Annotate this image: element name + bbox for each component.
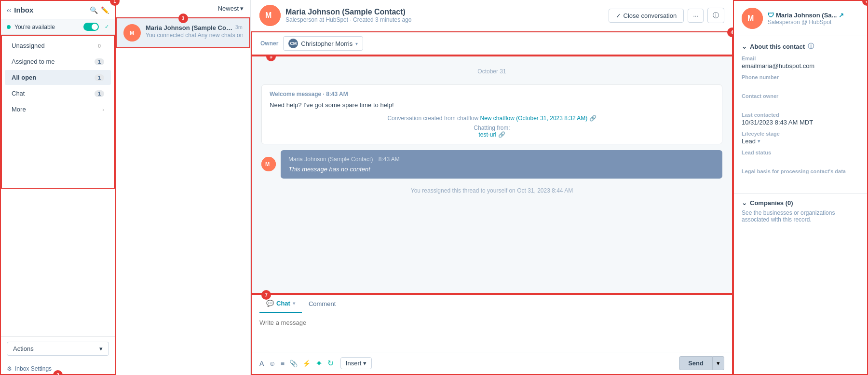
refresh-icon[interactable]: ↻ (327, 359, 334, 368)
more-options-button[interactable]: ··· (688, 9, 704, 23)
chatting-from: Chatting from: test-url 🔗 (270, 125, 714, 138)
about-contact-section: ⌄ About this contact ⓘ Email emailmaria@… (734, 36, 867, 194)
field-last-contacted: Last contacted 10/31/2023 8:43 AM MDT (742, 112, 859, 126)
owner-bar: Owner CM Christopher Morris ▾ (252, 32, 732, 55)
welcome-message: Welcome message · 8:43 AM Need help? I'v… (261, 84, 722, 144)
contact-info: Maria Johnson (Sample Contact) Salespers… (285, 8, 412, 23)
compose-input[interactable] (252, 313, 732, 352)
chatflow-link[interactable]: New chatflow (October 31, 2023 8:32 AM) (480, 115, 587, 122)
availability-toggle[interactable] (83, 23, 99, 31)
companies-section: ⌄ Companies (0) See the businesses or or… (734, 194, 867, 229)
contact-msg-header: Maria Johnson (Sample Contact) 8:43 AM (288, 156, 715, 163)
compose-area: 7 💬 Chat ▾ Comment A ☺ ≡ 📎 ⚡ (251, 294, 733, 375)
svg-text:M: M (130, 30, 134, 36)
rp-avatar: M (742, 8, 763, 29)
settings-icon: ⚙ (7, 365, 12, 372)
close-conversation-button[interactable]: ✓ Close conversation (609, 9, 684, 23)
owner-selector[interactable]: CM Christopher Morris ▾ (283, 36, 363, 51)
rp-contact-details: 🛡 Maria Johnson (Sa... ↗ Salesperson @ H… (768, 12, 844, 26)
test-url-link[interactable]: test-url (478, 131, 496, 138)
annotation-3: 3 (178, 14, 188, 23)
msg-header: Welcome message · 8:43 AM (270, 91, 714, 97)
rp-external-link[interactable]: ↗ (839, 12, 844, 19)
msg-body: Need help? I've got some spare time to h… (270, 100, 714, 110)
lifecycle-value[interactable]: Lead ▾ (742, 138, 859, 145)
contact-message-row: M Maria Johnson (Sample Contact) 8:43 AM… (261, 150, 722, 179)
compose-toolbar: A ☺ ≡ 📎 ⚡ ✦ ↻ Insert ▾ Send ▾ (252, 352, 732, 374)
date-divider: October 31 (261, 68, 722, 75)
chat-header-left: M Maria Johnson (Sample Contact) Salespe… (259, 5, 412, 26)
compose-icon[interactable]: ✏️ (101, 6, 109, 14)
field-email: Email emailmaria@hubspot.com (742, 56, 859, 69)
sidebar-item-assigned[interactable]: Assigned to me 1 (5, 54, 111, 69)
text-icon[interactable]: A (259, 360, 264, 367)
field-phone: Phone number (742, 74, 859, 88)
insert-button[interactable]: Insert ▾ (340, 357, 372, 369)
info-button[interactable]: ⓘ (707, 8, 724, 23)
about-contact-title: ⌄ About this contact ⓘ (742, 42, 859, 51)
compose-tabs: 💬 Chat ▾ Comment (252, 295, 732, 313)
available-dot (7, 25, 11, 29)
actions-button[interactable]: Actions ▾ (7, 342, 109, 356)
attachment-icon[interactable]: 📎 (289, 360, 298, 367)
search-icon[interactable]: 🔍 (90, 6, 98, 14)
ai-icon1[interactable]: ✦ (315, 358, 323, 369)
sidebar-item-all-open[interactable]: All open 1 (5, 70, 111, 85)
annotation-7: 7 (261, 290, 271, 300)
format-icon[interactable]: ≡ (281, 360, 285, 367)
sidebar-item-unassigned[interactable]: Unassigned 0 (5, 38, 111, 53)
conv-avatar: M (123, 24, 141, 42)
lightning-icon[interactable]: ⚡ (302, 360, 311, 367)
field-lead-status: Lead status (742, 150, 859, 164)
chat-main: M Maria Johnson (Sample Contact) Salespe… (251, 0, 733, 375)
sidebar-nav: 2 Unassigned 0 Assigned to me 1 All open… (1, 35, 115, 189)
compose-tab-comment[interactable]: Comment (302, 295, 342, 312)
contact-msg-bubble: Maria Johnson (Sample Contact) 8:43 AM T… (281, 150, 722, 179)
svg-text:M: M (747, 14, 754, 22)
sidebar-item-chat[interactable]: Chat 1 (5, 86, 111, 101)
send-button-group: Send ▾ (679, 356, 724, 370)
companies-title: ⌄ Companies (0) (742, 199, 859, 207)
rp-verified-icon: 🛡 (768, 12, 774, 19)
contact-msg-avatar: M (261, 157, 276, 171)
rp-header: M 🛡 Maria Johnson (Sa... ↗ Salesperson @… (734, 1, 867, 36)
sort-newest-button[interactable]: Newest ▾ (218, 5, 244, 12)
available-label: You're available (14, 24, 80, 30)
about-info-icon[interactable]: ⓘ (808, 42, 814, 51)
chat-header-right: ✓ Close conversation ··· ⓘ (609, 8, 724, 23)
annotation-5: 5 (266, 56, 276, 61)
field-contact-owner: Contact owner (742, 93, 859, 107)
availability-bar: You're available ✓ (1, 19, 115, 35)
reassign-note: You reassigned this thread to yourself o… (261, 187, 722, 194)
conversation-list: Newest ▾ 3 M Maria Johnson (Sample Conta… (116, 0, 251, 375)
svg-text:M: M (265, 161, 270, 167)
conversation-item[interactable]: 3 M Maria Johnson (Sample Contact) 3m Yo… (116, 17, 250, 48)
msg-created: Conversation created from chatflow New c… (270, 115, 714, 122)
sidebar-header: ‹‹ Inbox 🔍 ✏️ (1, 1, 115, 19)
contact-msg-body: This message has no content (288, 166, 715, 173)
compose-icons: A ☺ ≡ 📎 ⚡ ✦ ↻ Insert ▾ (259, 357, 673, 369)
send-button[interactable]: Send (679, 356, 713, 370)
field-legal: Legal basis for processing contact's dat… (742, 168, 859, 182)
conv-info: Maria Johnson (Sample Contact) 3m You co… (146, 24, 243, 42)
sidebar-item-more[interactable]: More › (5, 102, 111, 117)
contact-avatar: M (259, 5, 281, 26)
svg-text:M: M (265, 11, 271, 19)
chat-header: M Maria Johnson (Sample Contact) Salespe… (251, 0, 733, 31)
field-lifecycle: Lifecycle stage Lead ▾ (742, 131, 859, 145)
messages-area: 5 October 31 Welcome message · 8:43 AM N… (251, 56, 733, 294)
emoji-icon[interactable]: ☺ (269, 360, 275, 367)
sidebar-title: Inbox (14, 6, 87, 14)
back-arrow[interactable]: ‹‹ (7, 6, 11, 14)
send-dropdown[interactable]: ▾ (713, 356, 724, 370)
owner-avatar: CM (288, 39, 298, 48)
right-panel: 6 M 🛡 Maria Johnson (Sa... ↗ Salesperson… (733, 0, 868, 375)
sidebar-bottom: Actions ▾ (1, 336, 115, 361)
